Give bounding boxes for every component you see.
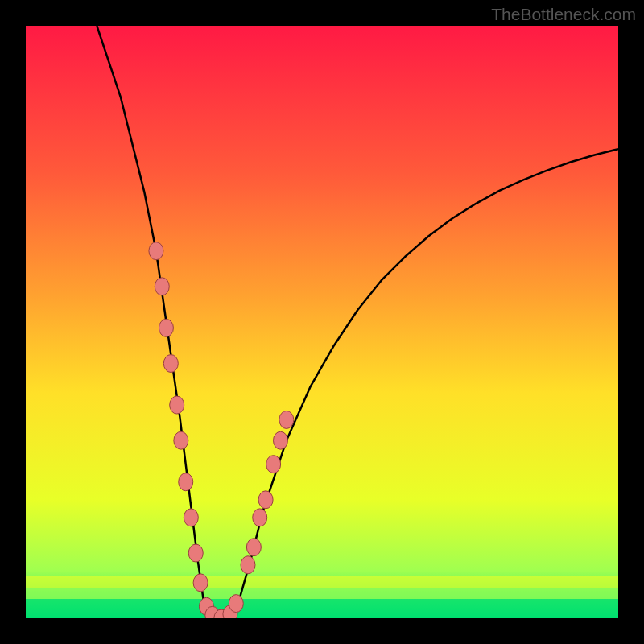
data-marker — [184, 509, 198, 526]
watermark-text: TheBottleneck.com — [491, 5, 636, 24]
data-marker — [279, 411, 294, 428]
data-marker — [155, 278, 169, 295]
chart-container: TheBottleneck.com — [0, 0, 644, 644]
data-marker — [253, 509, 267, 526]
bottom-band — [26, 599, 618, 618]
plot-area — [26, 26, 618, 618]
data-marker — [159, 319, 173, 336]
data-marker — [170, 396, 184, 414]
data-marker — [174, 431, 188, 449]
data-marker — [246, 539, 261, 556]
data-marker — [258, 491, 273, 509]
data-marker — [266, 456, 281, 473]
data-marker — [179, 473, 193, 491]
bottom-band — [26, 588, 618, 599]
data-marker — [229, 595, 243, 613]
data-marker — [241, 556, 255, 574]
data-marker — [149, 242, 163, 260]
bottom-band — [26, 576, 618, 588]
data-marker — [163, 355, 178, 373]
data-marker — [193, 574, 208, 592]
data-marker — [273, 431, 287, 449]
gradient-background — [26, 26, 618, 618]
data-marker — [188, 544, 203, 562]
chart-svg — [26, 26, 618, 618]
